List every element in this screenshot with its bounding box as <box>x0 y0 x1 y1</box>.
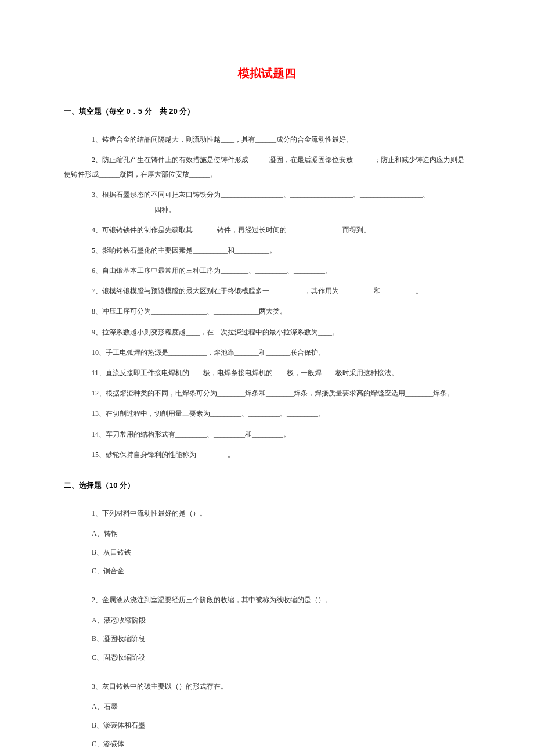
mc-q1-opt-b: B、灰口铸铁 <box>64 545 470 559</box>
fill-q12: 12、根据熔渣种类的不同，电焊条可分为________焊条和________焊条… <box>64 386 470 401</box>
fill-q13: 13、在切削过程中，切削用量三要素为_________、_________、__… <box>64 406 470 421</box>
fill-q11: 11、直流反接即工件接电焊机的____极，电焊条接电焊机的____极，一般焊__… <box>64 366 470 380</box>
fill-q10: 10、手工电弧焊的热源是___________，熔池靠_______和_____… <box>64 345 470 360</box>
fill-q6: 6、自由锻基本工序中最常用的三种工序为________、_________、__… <box>64 264 470 278</box>
fill-q8: 8、冲压工序可分为________________、_____________两… <box>64 304 470 319</box>
fill-q2: 2、防止缩孔产生在铸件上的有效措施是使铸件形成______凝固，在最后凝固部位安… <box>64 153 470 182</box>
mc-q2-opt-a: A、液态收缩阶段 <box>64 613 470 627</box>
mc-q2-opt-b: B、凝固收缩阶段 <box>64 632 470 646</box>
section-1-header: 一、填空题（每空 0．5 分 共 20 分） <box>64 106 470 118</box>
mc-q1: 1、下列材料中流动性最好的是（）。 <box>64 506 470 521</box>
fill-q5: 5、影响铸铁石墨化的主要因素是__________和__________。 <box>64 243 470 258</box>
fill-q7: 7、锻模终锻模膛与预锻模膛的最大区别在于终锻模膛多一__________，其作用… <box>64 284 470 298</box>
fill-q1: 1、铸造合金的结晶间隔越大，则流动性越____，具有______成分的合金流动性… <box>64 132 470 147</box>
page-title: 模拟试题四 <box>64 64 470 82</box>
mc-q2-opt-c: C、固态收缩阶段 <box>64 650 470 664</box>
section-2-header: 二、选择题（10 分） <box>64 480 470 492</box>
mc-q3: 3、灰口铸铁中的碳主要以（）的形式存在。 <box>64 679 470 694</box>
mc-q1-opt-a: A、铸钢 <box>64 527 470 541</box>
fill-q15: 15、砂轮保持自身锋利的性能称为_________。 <box>64 448 470 462</box>
fill-q9: 9、拉深系数越小则变形程度越____，在一次拉深过程中的最小拉深系数为____。 <box>64 325 470 340</box>
fill-q4: 4、可锻铸铁件的制作是先获取其_______铸件，再经过长时间的________… <box>64 223 470 237</box>
fill-q3: 3、根据石墨形态的不同可把灰口铸铁分为__________________、__… <box>64 188 470 217</box>
mc-q3-opt-c: C、渗碳体 <box>64 737 470 751</box>
mc-q1-opt-c: C、铜合金 <box>64 564 470 578</box>
fill-q14: 14、车刀常用的结构形式有_________、_________和_______… <box>64 427 470 442</box>
mc-q2: 2、金属液从浇注到室温要经历三个阶段的收缩，其中被称为线收缩的是（）。 <box>64 593 470 607</box>
mc-q3-opt-b: B、渗碳体和石墨 <box>64 718 470 732</box>
mc-q3-opt-a: A、石墨 <box>64 700 470 714</box>
